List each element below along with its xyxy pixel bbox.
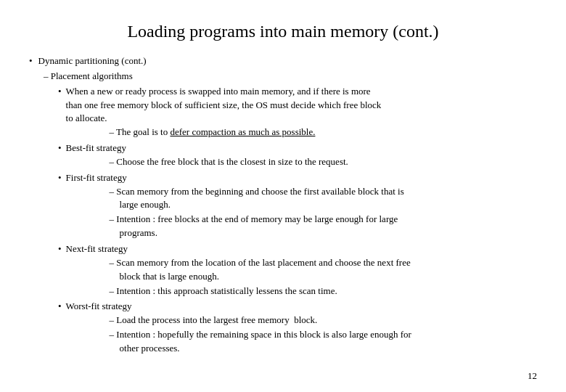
level4-nextfit-1: – Scan memory from the location of the l…: [110, 256, 537, 284]
slide: Loading programs into main memory (cont.…: [0, 0, 566, 392]
firstfit-desc1-line1: Scan memory from the beginning and choos…: [116, 186, 403, 197]
bullet3-icon-2: •: [58, 142, 62, 155]
dash-worstfit-2: –: [110, 329, 117, 340]
dash-bestfit: –: [110, 156, 117, 167]
worstfit-desc2-line2: other processes.: [120, 343, 180, 354]
level4-firstfit-1: – Scan memory from the beginning and cho…: [110, 185, 537, 213]
level3-item-2: • Best-fit strategy – Choose the free bl…: [58, 142, 537, 170]
page-number: 12: [528, 370, 537, 382]
nextfit-desc1-line1: Scan memory from the location of the las…: [116, 257, 410, 268]
firstfit-desc2-line2: programs.: [120, 227, 157, 238]
level3-item-1: • When a new or ready process is swapped…: [58, 85, 537, 140]
level3-item-4: • Next-fit strategy – Scan memory from t…: [58, 242, 537, 298]
dash-worstfit-1: –: [110, 314, 117, 325]
item1-line2: than one free memory block of sufficient…: [66, 99, 382, 110]
level1-item: • Dynamic partitioning (cont.): [29, 54, 537, 68]
item1-text: When a new or ready process is swapped i…: [66, 85, 537, 140]
bestfit-desc: Choose the free block that is the closes…: [116, 156, 348, 167]
nextfit-desc1-line2: block that is large enough.: [120, 271, 219, 282]
dash-firstfit-2: –: [110, 213, 117, 224]
dash-goal: –: [110, 126, 117, 137]
slide-content: • Dynamic partitioning (cont.) – Placeme…: [29, 54, 537, 356]
firstfit-desc1-line2: large enough.: [120, 199, 171, 210]
worstfit-desc1: Load the process into the largest free m…: [116, 314, 317, 325]
level4-bestfit: – Choose the free block that is the clos…: [110, 155, 537, 169]
firstfit-desc2-line1: Intention : free blocks at the end of me…: [116, 213, 398, 224]
item2-text: Best-fit strategy – Choose the free bloc…: [66, 142, 537, 170]
level2-item: – Placement algorithms: [44, 70, 537, 83]
firstfit-label: First-fit strategy: [66, 172, 127, 183]
item3-text: First-fit strategy – Scan memory from th…: [66, 171, 537, 241]
bullet3-icon-3: •: [58, 171, 62, 185]
level4-firstfit-2: – Intention : free blocks at the end of …: [110, 213, 537, 240]
slide-title: Loading programs into main memory (cont.…: [29, 22, 537, 41]
item4-text: Next-fit strategy – Scan memory from the…: [66, 242, 537, 298]
item1-line1: When a new or ready process is swapped i…: [66, 86, 371, 97]
bestfit-label: Best-fit strategy: [66, 142, 126, 153]
level4-nextfit-2: – Intention : this approach statisticall…: [110, 285, 537, 298]
worstfit-label: Worst-fit strategy: [66, 301, 132, 311]
dash-nextfit-1: –: [110, 257, 117, 268]
level3-item-3: • First-fit strategy – Scan memory from …: [58, 171, 537, 241]
bullet3-icon: •: [58, 85, 62, 99]
goal-text-plain: The goal is to: [116, 126, 170, 137]
level4-worstfit-1: – Load the process into the largest free…: [110, 314, 537, 327]
level2-text: Placement algorithms: [51, 70, 133, 81]
bullet3-icon-4: •: [58, 242, 62, 256]
nextfit-label: Next-fit strategy: [66, 243, 128, 254]
dash-firstfit-1: –: [110, 186, 117, 197]
level4-worstfit-2: – Intention : hopefully the remaining sp…: [110, 328, 537, 356]
dash-icon: –: [44, 70, 51, 81]
goal-text-underline: defer compaction as much as possible.: [170, 126, 315, 137]
level1-text: Dynamic partitioning (cont.): [38, 54, 147, 68]
level4-item-goal: – The goal is to defer compaction as muc…: [110, 126, 537, 139]
item5-text: Worst-fit strategy – Load the process in…: [66, 300, 537, 356]
worstfit-desc2-line1: Intention : hopefully the remaining spac…: [116, 329, 411, 340]
bullet-icon: •: [29, 54, 33, 68]
nextfit-desc2: Intention : this approach statistically …: [116, 285, 337, 296]
item1-line3: to allocate.: [66, 113, 107, 123]
bullet3-icon-5: •: [58, 300, 62, 314]
level3-item-5: • Worst-fit strategy – Load the process …: [58, 300, 537, 356]
dash-nextfit-2: –: [110, 285, 117, 296]
